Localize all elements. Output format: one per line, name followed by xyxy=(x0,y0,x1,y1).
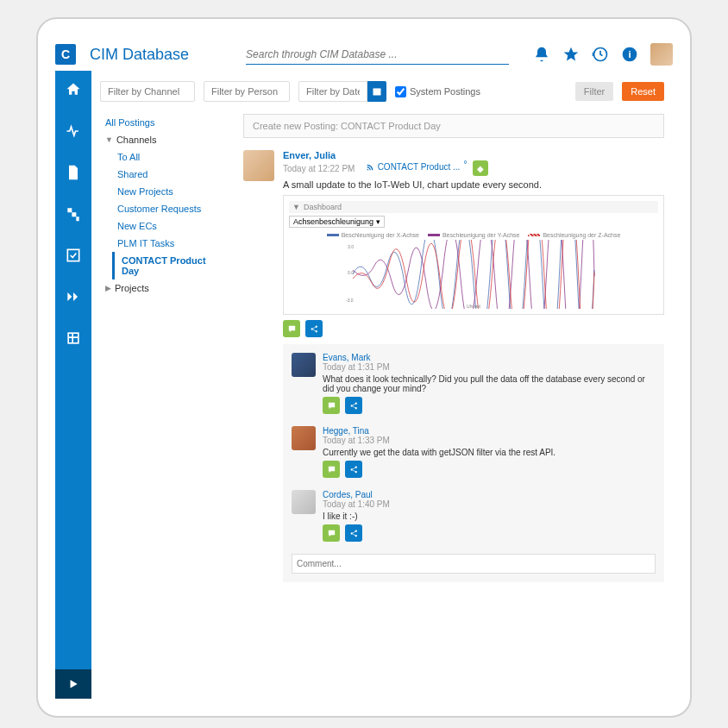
reply-avatar xyxy=(292,490,316,514)
comment-button[interactable] xyxy=(323,524,340,542)
app-header: C CIM Database i xyxy=(55,43,673,71)
reply: Hegge, Tina Today at 1:33 PM Currently w… xyxy=(292,426,656,478)
search-input[interactable] xyxy=(246,45,509,65)
post-time: Today at 12:22 PM xyxy=(283,164,355,173)
reset-button[interactable]: Reset xyxy=(622,82,664,101)
filter-person-input[interactable] xyxy=(204,81,290,102)
reply-author[interactable]: Evans, Mark xyxy=(323,353,656,362)
svg-point-21 xyxy=(355,530,356,531)
filter-button[interactable]: Filter xyxy=(575,82,613,101)
svg-rect-6 xyxy=(373,89,381,91)
svg-text:i: i xyxy=(628,48,631,60)
filter-date-input[interactable] xyxy=(298,81,367,102)
svg-point-22 xyxy=(355,535,356,537)
share-button[interactable] xyxy=(345,397,362,414)
replies-container: Evans, Mark Today at 1:31 PM What does i… xyxy=(283,344,664,582)
reply-time: Today at 1:33 PM xyxy=(323,436,656,445)
nav-all-postings[interactable]: All Postings xyxy=(100,114,229,131)
calendar-icon[interactable] xyxy=(367,81,386,102)
nav-channels-heading[interactable]: ▼Channels xyxy=(100,131,229,148)
comment-button[interactable] xyxy=(323,397,340,414)
post-author[interactable]: Enver, Julia xyxy=(283,150,336,160)
nav-channel-item[interactable]: Customer Requests xyxy=(112,200,229,217)
nav-channel-item-active[interactable]: CONTACT Product Day xyxy=(112,252,229,279)
post: Enver, Julia Today at 12:22 PM CONTACT P… xyxy=(243,150,664,582)
reply: Cordes, Paul Today at 1:40 PM I like it … xyxy=(292,490,656,542)
chart-title: ▼Dashboard xyxy=(289,201,658,213)
info-icon[interactable]: i xyxy=(621,46,638,63)
svg-text:Uhrzeit: Uhrzeit xyxy=(467,304,480,309)
reply-text: I like it :-) xyxy=(323,511,656,521)
bell-icon[interactable] xyxy=(533,46,550,63)
comment-button[interactable] xyxy=(323,461,340,478)
user-avatar[interactable] xyxy=(650,43,673,66)
comment-button[interactable] xyxy=(283,320,300,337)
reply-author[interactable]: Hegge, Tina xyxy=(323,426,656,436)
check-icon[interactable] xyxy=(65,247,82,264)
app-logo: C xyxy=(55,44,76,65)
home-icon[interactable] xyxy=(65,81,82,98)
side-rail xyxy=(55,71,91,699)
box-icon[interactable] xyxy=(65,329,82,347)
nav-channel-item[interactable]: PLM IT Tasks xyxy=(112,235,229,252)
svg-point-15 xyxy=(355,402,356,404)
nav-projects-heading[interactable]: ▶Projects xyxy=(100,279,229,297)
chart-legend: Beschleunigung der X-Achse Beschleunigun… xyxy=(289,232,658,238)
reply-text: What does it look technically? Did you p… xyxy=(323,374,656,393)
nav-channel-item[interactable]: Shared xyxy=(112,166,229,183)
app-title: CIM Database xyxy=(90,46,189,64)
svg-text:-3.0: -3.0 xyxy=(346,298,354,303)
post-channel-link[interactable]: CONTACT Product ... ° xyxy=(366,162,468,172)
activity-icon[interactable] xyxy=(65,122,82,140)
tag-icon[interactable]: ◆ xyxy=(473,160,488,176)
system-postings-checkbox[interactable]: System Postings xyxy=(395,86,480,97)
star-icon[interactable] xyxy=(562,46,580,63)
reply-text: Currently we get the data with getJSON f… xyxy=(323,448,656,457)
svg-point-19 xyxy=(355,471,356,473)
reply-time: Today at 1:40 PM xyxy=(323,499,656,509)
svg-point-14 xyxy=(350,405,352,406)
reply-time: Today at 1:31 PM xyxy=(323,362,656,372)
svg-text:3.0: 3.0 xyxy=(348,244,354,249)
post-text: A small update to the IoT-Web UI, chart … xyxy=(283,179,664,190)
svg-point-12 xyxy=(315,325,317,327)
feed: Create new Posting: CONTACT Product Day … xyxy=(243,114,664,589)
step-icon[interactable] xyxy=(65,205,82,223)
document-icon[interactable] xyxy=(65,164,82,181)
svg-point-13 xyxy=(315,330,317,332)
svg-point-17 xyxy=(350,468,352,470)
post-avatar xyxy=(243,150,274,181)
chart-embed: ▼Dashboard Achsenbeschleunigung ▾ Beschl… xyxy=(283,195,664,315)
reply-author[interactable]: Cordes, Paul xyxy=(323,490,656,499)
svg-point-16 xyxy=(355,407,356,409)
chart-plot: 3.0 0.0 -3.0 Uhrzeit xyxy=(289,240,658,309)
share-button[interactable] xyxy=(345,524,362,542)
reply-avatar xyxy=(292,353,316,377)
svg-rect-3 xyxy=(67,249,78,260)
forward-icon[interactable] xyxy=(65,288,82,305)
filter-bar: System Postings Filter Reset xyxy=(100,81,664,102)
play-icon[interactable] xyxy=(55,669,91,699)
share-button[interactable] xyxy=(305,320,323,337)
comment-input[interactable] xyxy=(292,554,656,574)
history-icon[interactable] xyxy=(592,46,609,63)
svg-text:0.0: 0.0 xyxy=(348,270,354,275)
nav-channel-item[interactable]: New ECs xyxy=(112,217,229,235)
reply-avatar xyxy=(292,426,316,450)
filter-channel-input[interactable] xyxy=(100,81,195,102)
share-button[interactable] xyxy=(345,461,362,478)
reply: Evans, Mark Today at 1:31 PM What does i… xyxy=(292,353,656,414)
chart-selector[interactable]: Achsenbeschleunigung ▾ xyxy=(289,216,385,228)
svg-point-11 xyxy=(311,328,312,329)
create-post-input[interactable]: Create new Posting: CONTACT Product Day xyxy=(243,114,664,138)
svg-point-18 xyxy=(355,466,356,468)
nav-channel-item[interactable]: To All xyxy=(112,148,229,166)
svg-point-20 xyxy=(350,532,352,534)
nav-channel-item[interactable]: New Projects xyxy=(112,183,229,200)
channel-nav: All Postings ▼Channels To All Shared New… xyxy=(100,114,229,589)
